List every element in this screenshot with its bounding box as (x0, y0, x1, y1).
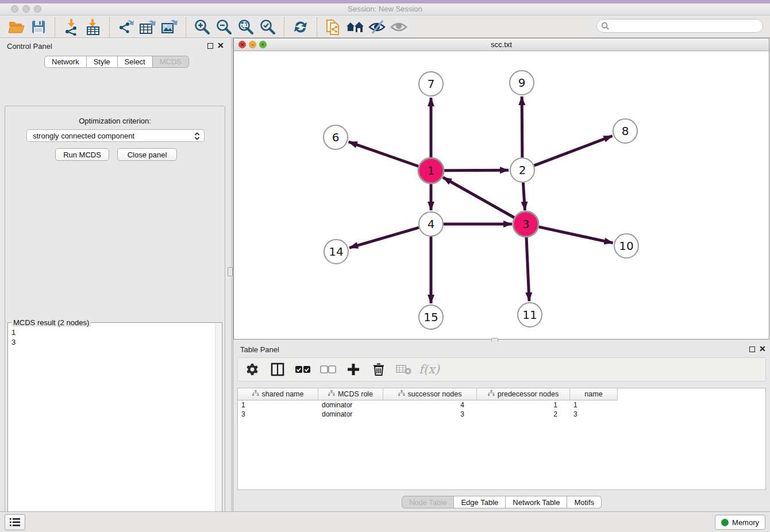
table-row[interactable]: 1dominator411 (238, 400, 765, 410)
graph-node-label: 8 (622, 124, 629, 138)
open-file-icon[interactable] (7, 18, 26, 36)
graph-edge-4-14[interactable] (349, 228, 419, 248)
tab-style[interactable]: Style (87, 56, 118, 68)
optimization-criterion-label: Optimization criterion: (5, 117, 225, 125)
main-toolbar (0, 16, 770, 38)
graph-node-label: 11 (522, 308, 537, 322)
table-cell[interactable]: 2 (477, 410, 570, 419)
graph-edge-2-8[interactable] (534, 136, 613, 166)
table-panel-title: Table Panel (240, 345, 279, 354)
mcds-result-item: 3 (11, 337, 16, 347)
run-mcds-button[interactable]: Run MCDS (55, 148, 109, 161)
tab-mcds[interactable]: MCDS (153, 56, 189, 68)
zoom-selected-icon[interactable] (258, 18, 278, 36)
network-window-titlebar[interactable]: ✕ − + scc.txt (234, 38, 769, 51)
tab-motifs[interactable]: Motifs (567, 496, 602, 508)
graph-node-label: 4 (428, 217, 435, 231)
mcds-result-item: 1 (11, 327, 16, 337)
network-graph: 1234678910111415 (234, 51, 769, 339)
search-field (596, 19, 763, 33)
deselect-all-icon[interactable] (319, 361, 337, 378)
close-panel-icon[interactable]: ✕ (217, 41, 224, 50)
graph-node-label: 15 (424, 310, 438, 324)
task-history-button[interactable] (5, 514, 25, 530)
tab-network[interactable]: Network (44, 56, 87, 68)
result-scrollbar[interactable] (215, 323, 221, 532)
node-table: shared nameMCDS rolesuccessor nodesprede… (237, 388, 766, 490)
zoom-in-icon[interactable] (192, 18, 212, 36)
add-icon[interactable] (345, 361, 362, 378)
table-cell[interactable]: 3 (238, 410, 318, 419)
function-builder-icon: f(x) (421, 361, 438, 378)
hierarchy-icon (488, 390, 495, 398)
column-header-label: MCDS role (338, 390, 373, 398)
toolbar-separator (284, 17, 284, 37)
column-header-predecessor-nodes[interactable]: predecessor nodes (477, 388, 570, 400)
close-panel-button[interactable]: Close panel (117, 148, 177, 161)
graph-edge-1-6[interactable] (349, 142, 419, 167)
titlebar: Session: New Session (0, 3, 770, 16)
splitter-grip[interactable] (228, 267, 233, 276)
graph-node-label: 10 (619, 239, 633, 253)
close-table-panel-icon[interactable]: ✕ (759, 344, 766, 353)
list-icon (9, 518, 21, 527)
table-cell[interactable]: 3 (570, 410, 618, 419)
control-panel-tabs: NetworkStyleSelectMCDS (44, 56, 189, 68)
column-header-successor-nodes[interactable]: successor nodes (383, 388, 477, 400)
export-table-icon[interactable] (138, 18, 157, 36)
graph-edge-2-9[interactable] (522, 97, 522, 157)
table-row[interactable]: 3dominator323 (238, 410, 765, 419)
tab-node-table[interactable]: Node Table (402, 496, 455, 508)
table-cell[interactable]: 3 (383, 410, 477, 419)
table-cell[interactable]: 1 (238, 400, 318, 410)
first-neighbors-icon[interactable] (345, 18, 365, 36)
tab-network-table[interactable]: Network Table (506, 496, 567, 508)
column-header-label: shared name (262, 390, 304, 398)
mcds-result-box: MCDS result (2 nodes) 13 (7, 322, 222, 532)
graph-edge-2-3[interactable] (523, 183, 525, 210)
chevron-up-down-icon (194, 132, 200, 142)
memory-status-icon (721, 519, 729, 526)
hierarchy-icon (398, 390, 405, 398)
float-table-panel-icon[interactable] (749, 346, 755, 352)
column-header-MCDS-role[interactable]: MCDS role (318, 388, 383, 400)
select-all-icon[interactable] (294, 361, 311, 378)
export-network-icon[interactable] (116, 18, 136, 36)
tab-edge-table[interactable]: Edge Table (454, 496, 506, 508)
memory-label: Memory (732, 518, 759, 527)
criterion-value: strongly connected component (33, 132, 134, 140)
criterion-dropdown[interactable]: strongly connected component (26, 129, 205, 142)
float-panel-icon[interactable] (207, 43, 213, 49)
network-window: ✕ − + scc.txt 1234678910111415 (233, 38, 769, 340)
clone-network-icon[interactable] (324, 18, 343, 36)
graph-node-label: 2 (519, 163, 526, 177)
zoom-fit-icon[interactable] (236, 18, 256, 36)
search-input[interactable] (596, 19, 763, 33)
table-cell[interactable]: 1 (570, 400, 618, 410)
graph-edge-3-1[interactable] (443, 178, 515, 218)
show-all-icon[interactable] (389, 18, 409, 36)
table-cell[interactable]: dominator (318, 400, 383, 410)
hide-selected-icon[interactable] (367, 18, 387, 36)
table-cell[interactable]: 4 (383, 400, 477, 410)
tab-select[interactable]: Select (118, 56, 153, 68)
import-network-icon[interactable] (61, 18, 81, 36)
delete-icon[interactable] (370, 361, 387, 378)
memory-button[interactable]: Memory (715, 515, 765, 530)
network-canvas[interactable]: 1234678910111415 (234, 51, 769, 339)
refresh-icon[interactable] (291, 18, 310, 36)
zoom-out-icon[interactable] (214, 18, 234, 36)
columns-icon[interactable] (269, 361, 286, 378)
table-cell[interactable]: dominator (318, 410, 383, 419)
column-header-name[interactable]: name (570, 388, 618, 400)
import-table-icon[interactable] (83, 18, 103, 36)
table-cell[interactable]: 1 (477, 400, 570, 410)
graph-edge-1-2[interactable] (444, 170, 509, 171)
gear-icon[interactable] (244, 361, 261, 378)
graph-node-label: 1 (428, 164, 435, 178)
save-session-icon[interactable] (29, 18, 48, 36)
graph-edge-3-11[interactable] (526, 237, 529, 301)
export-image-icon[interactable] (160, 18, 179, 36)
column-header-shared-name[interactable]: shared name (238, 388, 318, 400)
graph-edge-3-10[interactable] (538, 227, 613, 243)
